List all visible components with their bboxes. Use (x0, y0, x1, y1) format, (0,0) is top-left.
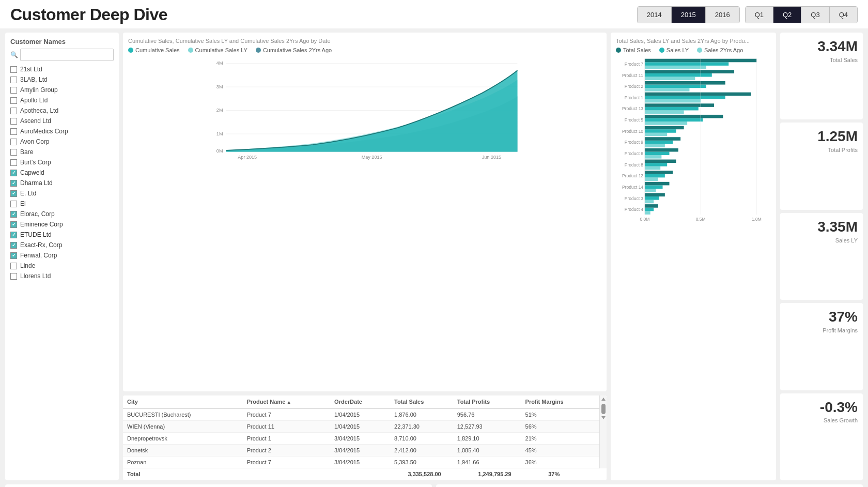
customer-list-item[interactable]: 3LAB, Ltd (10, 74, 114, 85)
col-city[interactable]: City (123, 395, 243, 408)
left-panel: Customer Names 🔍 21st Ltd3LAB, LtdAmylin… (5, 33, 119, 480)
customer-list-item[interactable]: 21st Ltd (10, 64, 114, 74)
svg-rect-26 (645, 99, 701, 103)
legend-label-2yr-product: Sales 2Yrs Ago (704, 47, 743, 53)
customer-list-item[interactable]: Linde (10, 261, 114, 271)
customer-checkbox[interactable] (10, 128, 17, 135)
customer-list-item[interactable]: Avon Corp (10, 136, 114, 147)
col-product[interactable]: Product Name (243, 395, 330, 408)
table-row[interactable]: PoznanProduct 73/04/20155,393.501,941.66… (123, 456, 607, 468)
header: Customer Deep Dive 2014 2015 2016 Q1 Q2 … (0, 0, 868, 28)
svg-rect-52 (645, 160, 676, 163)
table-row[interactable]: BUCURESTI (Bucharest)Product 71/04/20151… (123, 408, 607, 421)
customer-list-item[interactable]: ETUDE Ltd (10, 230, 114, 240)
customer-list-item[interactable]: Capweld (10, 168, 114, 178)
svg-text:Apr 2015: Apr 2015 (238, 155, 257, 160)
customer-list-item[interactable]: Fenwal, Corp (10, 250, 114, 261)
table-row[interactable]: WIEN (Vienna)Product 111/04/201522,371.3… (123, 421, 607, 433)
table-cell-city: Donetsk (123, 445, 243, 456)
customer-name: ETUDE Ltd (20, 231, 52, 238)
customer-checkbox[interactable] (10, 149, 17, 156)
svg-text:1M: 1M (216, 131, 223, 136)
customer-checkbox[interactable] (10, 139, 17, 145)
col-totalprofits[interactable]: Total Profits (453, 395, 521, 408)
main-content: Customer Names 🔍 21st Ltd3LAB, LtdAmylin… (0, 28, 868, 484)
customer-name: Apollo Ltd (20, 97, 48, 104)
svg-rect-46 (645, 155, 661, 159)
svg-text:Product 8: Product 8 (625, 162, 644, 168)
q2-button[interactable]: Q2 (773, 7, 801, 23)
customer-checkbox[interactable] (10, 242, 17, 249)
scroll-thumb[interactable] (601, 404, 606, 414)
svg-text:Jun 2015: Jun 2015 (482, 155, 501, 160)
customer-list-item[interactable]: Llorens Ltd (10, 271, 114, 281)
customer-checkbox[interactable] (10, 66, 17, 73)
svg-text:Product 2: Product 2 (625, 84, 644, 89)
year-group: 2014 2015 2016 (637, 6, 740, 23)
customer-list-item[interactable]: Dharma Ltd (10, 178, 114, 188)
cumulative-chart-card: Cumulative Sales, Cumulative Sales LY an… (123, 33, 607, 391)
customer-checkbox[interactable] (10, 108, 17, 114)
customer-list-item[interactable]: Amylin Group (10, 85, 114, 95)
table-cell-date: 1/04/2015 (330, 408, 390, 421)
customer-search-input[interactable] (20, 49, 114, 61)
customer-checkbox[interactable] (10, 77, 17, 83)
svg-text:0.5M: 0.5M (696, 217, 706, 222)
customer-list-item[interactable]: Ascend Ltd (10, 116, 114, 126)
customer-checkbox[interactable] (10, 201, 17, 207)
bottom-right-chart: Profit Margins and Lifetime Profit Margi… (436, 484, 863, 487)
page: Customer Deep Dive 2014 2015 2016 Q1 Q2 … (0, 0, 868, 487)
table-cell-date: 3/04/2015 (330, 433, 390, 445)
col-profitmargins[interactable]: Profit Margins (521, 395, 598, 408)
table-cell-sales: 1,876.00 (390, 408, 453, 421)
total-sales: 3,335,528.00 (404, 468, 474, 480)
svg-rect-62 (645, 200, 654, 204)
customer-list-item[interactable]: AuroMedics Corp (10, 126, 114, 136)
q1-button[interactable]: Q1 (746, 7, 773, 23)
col-totalsales[interactable]: Total Sales (390, 395, 453, 408)
customer-list-item[interactable]: Apotheca, Ltd (10, 105, 114, 116)
year-2014-button[interactable]: 2014 (638, 7, 672, 23)
scroll-arrow-down[interactable] (601, 416, 606, 419)
bottom-left-chart: Total Profits and Profits LY by Date Tot… (5, 484, 432, 487)
customer-name: Burt's Corp (20, 159, 51, 166)
customer-checkbox[interactable] (10, 87, 17, 94)
customer-list-item[interactable]: Elorac, Corp (10, 209, 114, 219)
customer-list-item[interactable]: E. Ltd (10, 188, 114, 199)
customer-list-item[interactable]: Bare (10, 147, 114, 157)
svg-rect-44 (645, 137, 680, 141)
customer-checkbox[interactable] (10, 252, 17, 259)
table-row[interactable]: DnepropetrovskProduct 13/04/20158,710.00… (123, 433, 607, 445)
svg-rect-55 (645, 174, 665, 178)
legend-dot-2yr (256, 48, 261, 53)
customer-checkbox[interactable] (10, 97, 17, 104)
customer-checkbox[interactable] (10, 118, 17, 125)
col-orderdate[interactable]: OrderDate (330, 395, 390, 408)
customer-name: Eminence Corp (20, 221, 63, 228)
table-cell-profits: 1,941.66 (453, 456, 521, 468)
year-2015-button[interactable]: 2015 (672, 7, 706, 23)
scroll-arrow-up[interactable] (601, 398, 606, 401)
customer-checkbox[interactable] (10, 211, 17, 218)
customer-checkbox[interactable] (10, 221, 17, 228)
customer-list-item[interactable]: Burt's Corp (10, 157, 114, 168)
table-row[interactable]: DonetskProduct 23/04/20152,412.001,085.4… (123, 445, 607, 456)
customer-list-item[interactable]: Ei (10, 199, 114, 209)
customer-checkbox[interactable] (10, 232, 17, 238)
customer-list-item[interactable]: Exact-Rx, Corp (10, 240, 114, 250)
customer-checkbox[interactable] (10, 170, 17, 176)
table-cell-product: Product 2 (243, 445, 330, 456)
kpi-profit-margins-label: Profit Margins (823, 327, 858, 333)
table-scrollbar[interactable] (599, 395, 607, 468)
q4-button[interactable]: Q4 (830, 7, 857, 23)
customer-checkbox[interactable] (10, 263, 17, 269)
customer-checkbox[interactable] (10, 190, 17, 197)
customer-checkbox[interactable] (10, 273, 17, 280)
customer-checkbox[interactable] (10, 159, 17, 166)
customer-list-item[interactable]: Apollo Ltd (10, 95, 114, 105)
q3-button[interactable]: Q3 (801, 7, 829, 23)
customer-list-item[interactable]: Eminence Corp (10, 219, 114, 230)
table-cell-margin: 45% (521, 445, 598, 456)
year-2016-button[interactable]: 2016 (706, 7, 739, 23)
customer-checkbox[interactable] (10, 180, 17, 187)
